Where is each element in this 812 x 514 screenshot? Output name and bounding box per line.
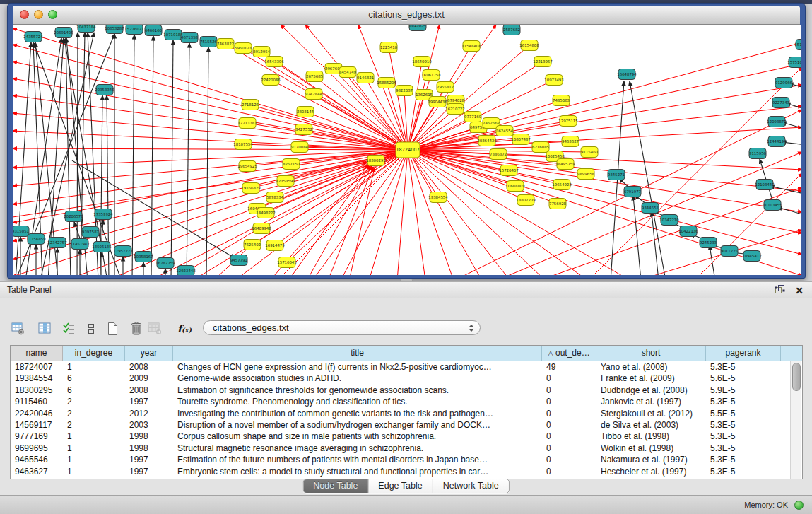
graph-node[interactable]: 18495759 [555,159,575,170]
graph-node[interactable]: 15716045 [277,257,296,268]
column-header-outde[interactable]: △out_de… [542,346,596,361]
column-header-short[interactable]: short [596,346,706,361]
graph-node[interactable]: 19654925 [237,161,257,172]
graph-node[interactable]: 9115956 [749,148,767,159]
graph-node[interactable]: 9777169 [464,112,482,122]
graph-node[interactable]: 16409948 [252,223,271,234]
graph-node[interactable]: 17359924 [93,209,113,220]
graph-node[interactable]: 20437184 [76,25,96,33]
graph-node[interactable]: 20353346 [95,85,114,95]
graph-node[interactable]: 12103440 [755,180,775,190]
graph-node[interactable]: 15276021 [124,25,143,35]
graph-node[interactable]: 19904436 [428,97,447,107]
graph-node[interactable]: 18807209 [516,195,536,206]
network-canvas[interactable]: 1872400724355724206914062043718410653287… [13,25,801,275]
graph-node[interactable]: 12213383 [237,118,257,129]
graph-node[interactable]: 11451947 [70,239,89,250]
graph-node[interactable]: 15751074 [787,57,801,68]
table-row[interactable]: 1456911722003Disruption of a novel membe… [11,419,802,431]
column-header-name[interactable]: name [11,346,63,361]
table-row[interactable]: 969969511998Structural magnetic resonanc… [11,443,802,454]
graph-node[interactable]: 15885204 [377,78,396,88]
graph-node[interactable]: 22420046 [261,75,281,86]
graph-node[interactable]: 18724007 [396,142,420,158]
graph-node[interactable]: 13505135 [92,242,111,252]
tab-network-table[interactable]: Network Table [433,479,509,493]
graph-node[interactable]: 12923448 [176,266,196,276]
graph-node[interactable]: 7515526 [200,37,218,47]
table-row[interactable]: 946362711997Embryonic stem cells: a mode… [11,466,802,477]
graph-node[interactable]: 15720407 [499,165,518,176]
graph-node[interactable]: 10342210 [659,215,679,226]
table-row[interactable]: 1830029562008Estimation of significance … [11,385,802,396]
graph-node[interactable]: 10688809 [505,181,525,192]
graph-node[interactable]: 10653287 [105,25,124,34]
graph-node[interactable]: 8813054 [409,25,427,31]
graph-node[interactable]: 19384554 [428,192,448,203]
graph-node[interactable]: 20691406 [54,28,73,38]
graph-node[interactable]: 20364436 [477,136,497,146]
table-row[interactable]: 1938455462009Genome-wide association stu… [11,373,802,384]
graph-node[interactable]: 24355724 [23,32,43,42]
graph-node[interactable]: 3427552 [295,124,312,135]
graph-node[interactable]: 9242844 [305,89,323,100]
close-panel-icon[interactable]: ✕ [795,285,804,296]
tab-edge-table[interactable]: Edge Table [368,479,433,493]
graph-node[interactable]: 10719185 [163,30,182,40]
graph-node[interactable]: 12975115 [558,116,577,127]
graph-node[interactable]: 12342757 [47,238,66,248]
graph-node[interactable]: 16914479 [265,240,285,251]
graph-node[interactable]: 12213967 [533,57,552,67]
graph-node[interactable]: 16210722 [445,104,464,115]
graph-node[interactable]: 10103455 [763,200,782,211]
column-header-year[interactable]: year [125,346,173,361]
table-settings-icon[interactable] [10,321,25,337]
graph-node[interactable]: 6216085 [532,142,549,153]
graph-node[interactable]: 10807487 [511,134,530,145]
graph-node[interactable]: 10422136 [678,226,698,237]
table-row[interactable]: 977716911998Corpus callosum shape and si… [11,431,802,442]
graph-node[interactable]: 7625402 [244,240,261,250]
citation-network-graph[interactable]: 1872400724355724206914062043718410653287… [13,25,801,275]
graph-node[interactable]: 11548408 [461,41,481,52]
tab-node-table[interactable]: Node Table [303,479,368,493]
window-titlebar[interactable]: citations_edges.txt [13,6,800,25]
graph-node[interactable]: 15123044 [794,40,801,50]
table-row[interactable]: 2242004622012Investigating the contribut… [11,408,802,419]
graph-node[interactable]: 9115460 [581,147,599,158]
graph-node[interactable]: 10973493 [544,75,563,86]
graph-node[interactable]: 8267150 [283,159,300,170]
function-builder-icon[interactable]: f(x) [174,321,195,337]
graph-node[interactable]: 2587682 [503,25,520,35]
graph-node[interactable]: 2803144 [297,107,314,117]
graph-node[interactable]: 11156859 [26,234,46,245]
graph-node[interactable]: 9146821 [357,73,374,83]
column-header-indegree[interactable]: in_degree [63,346,125,361]
graph-node[interactable]: 16154808 [519,40,539,51]
graph-node[interactable]: 14498222 [256,208,275,218]
graph-node[interactable]: 1225410 [380,42,398,53]
float-panel-icon[interactable] [775,284,785,297]
row-height-icon[interactable] [83,321,99,337]
select-rows-icon[interactable] [61,321,77,337]
show-column-icon[interactable] [37,321,52,337]
table-row[interactable]: 1872400712008Changes of HCN gene express… [11,361,802,373]
graph-node[interactable]: 20206576 [64,211,83,222]
graph-node[interactable]: 9245233 [700,238,717,248]
graph-node[interactable]: 3624554 [496,126,514,136]
graph-node[interactable]: 7756928 [549,199,567,209]
column-header-title[interactable]: title [173,346,542,361]
graph-node[interactable]: 9345271 [608,170,625,180]
graph-node[interactable]: 7955812 [437,82,454,93]
memory-ok-indicator[interactable] [794,501,804,510]
graph-node[interactable]: 4671358 [181,33,199,43]
graph-node[interactable]: 9397587 [82,227,99,238]
graph-node[interactable]: 6466160 [145,25,163,36]
graph-node[interactable]: 9899658 [577,169,595,180]
new-table-icon[interactable] [105,321,120,337]
graph-node[interactable]: 8912954 [253,47,271,57]
graph-node[interactable]: 5878334 [266,192,284,203]
graph-node[interactable]: 16543396 [264,57,284,67]
scrollbar-thumb[interactable] [792,363,801,391]
table-selector-dropdown[interactable]: citations_edges.txt [203,320,481,335]
